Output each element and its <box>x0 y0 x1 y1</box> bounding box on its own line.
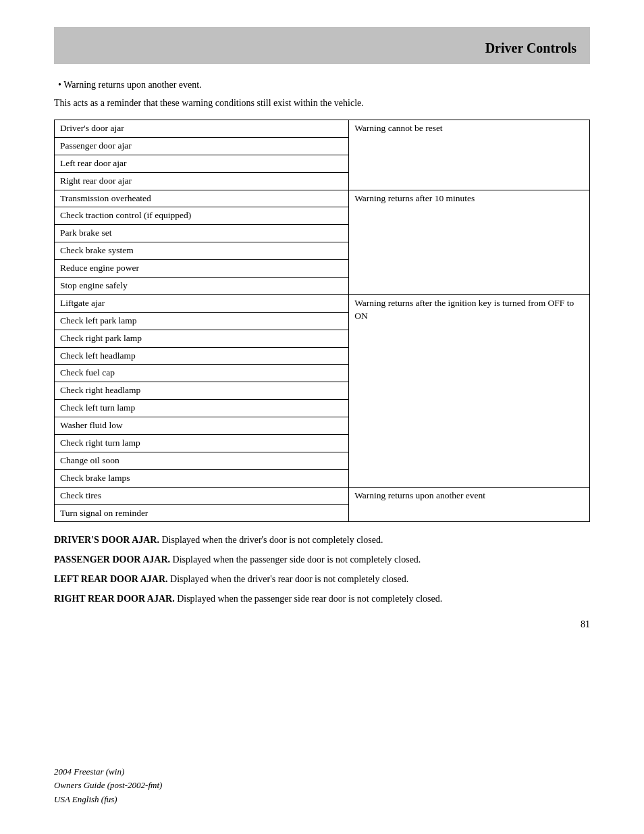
table-row: Driver's door ajar <box>55 120 349 138</box>
table-row: Transmission overheated <box>55 190 349 207</box>
table-status: Warning returns upon another event <box>349 487 590 522</box>
table-row: Passenger door ajar <box>55 137 349 155</box>
page-number: 81 <box>54 619 590 630</box>
table-status: Warning returns after 10 minutes <box>349 190 590 294</box>
table-row: Check brake lamps <box>55 469 349 487</box>
table-row: Stop engine safely <box>55 278 349 295</box>
table-status: Warning returns after the ignition key i… <box>349 294 590 487</box>
table-row: Check left park lamp <box>55 312 349 330</box>
page-title: Driver Controls <box>485 41 576 55</box>
intro-bullet: Warning returns upon another event. <box>54 78 590 92</box>
description-paragraph: RIGHT REAR DOOR AJAR. Displayed when the… <box>54 592 590 606</box>
table-row: Liftgate ajar <box>55 294 349 312</box>
table-status: Warning cannot be reset <box>349 120 590 190</box>
table-row: Check fuel cap <box>55 365 349 382</box>
footer-line1: 2004 Freestar (win) <box>54 765 162 779</box>
intro-paragraph: This acts as a reminder that these warni… <box>54 96 590 110</box>
description-paragraph: DRIVER'S DOOR AJAR. Displayed when the d… <box>54 533 590 547</box>
footer-line3: USA English (fus) <box>54 793 162 807</box>
page: Driver Controls Warning returns upon ano… <box>0 0 644 834</box>
warnings-table: Driver's door ajarWarning cannot be rese… <box>54 120 590 522</box>
table-row: Park brake set <box>55 225 349 242</box>
table-row: Check tires <box>55 487 349 504</box>
table-row: Check right turn lamp <box>55 435 349 452</box>
table-row: Turn signal on reminder <box>55 504 349 522</box>
description-paragraph: LEFT REAR DOOR AJAR. Displayed when the … <box>54 572 590 586</box>
footer: 2004 Freestar (win) Owners Guide (post-2… <box>54 765 162 807</box>
footer-line2: Owners Guide (post-2002-fmt) <box>54 779 162 793</box>
table-row: Check left turn lamp <box>55 400 349 417</box>
table-row: Check right park lamp <box>55 330 349 347</box>
table-row: Right rear door ajar <box>55 172 349 190</box>
table-row: Reduce engine power <box>55 260 349 278</box>
descriptions-container: DRIVER'S DOOR AJAR. Displayed when the d… <box>54 533 590 606</box>
table-row: Check brake system <box>55 242 349 260</box>
header-bar: Driver Controls <box>54 27 590 64</box>
description-paragraph: PASSENGER DOOR AJAR. Displayed when the … <box>54 552 590 567</box>
table-row: Washer fluid low <box>55 417 349 435</box>
table-row: Check right headlamp <box>55 382 349 400</box>
table-row: Check traction control (if equipped) <box>55 207 349 225</box>
table-row: Check left headlamp <box>55 347 349 365</box>
table-row: Left rear door ajar <box>55 155 349 172</box>
table-row: Change oil soon <box>55 452 349 469</box>
